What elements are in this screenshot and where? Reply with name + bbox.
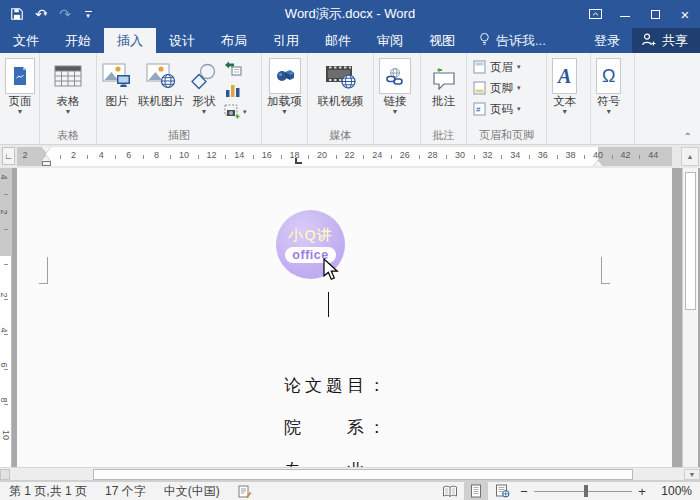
tab-references[interactable]: 引用 xyxy=(260,28,312,53)
doc-line-thesis-title[interactable]: 论文题目： xyxy=(284,374,389,397)
tab-selector[interactable]: ∟ xyxy=(2,147,15,165)
undo-button[interactable]: ↶▾ xyxy=(30,4,52,24)
collapse-ribbon-icon[interactable]: ⌃ xyxy=(684,131,692,142)
text-caret xyxy=(328,292,329,317)
zoom-in-button[interactable]: + xyxy=(634,484,650,499)
pages-icon xyxy=(5,58,35,94)
redo-button[interactable]: ↷ xyxy=(54,4,76,24)
margin-corner-mark-left xyxy=(39,257,48,284)
text-icon: A xyxy=(552,58,577,94)
minimize-button[interactable] xyxy=(610,0,640,28)
horizontal-ruler[interactable]: 2246810121416182022242628303234363840424… xyxy=(17,147,672,166)
horizontal-scrollbar[interactable]: ▼ xyxy=(0,467,700,481)
addins-icon xyxy=(269,58,301,94)
chevron-down-icon: ▾ xyxy=(517,63,521,71)
read-mode-button[interactable] xyxy=(438,482,462,500)
web-layout-button[interactable] xyxy=(490,482,514,500)
window-controls: × xyxy=(580,0,700,28)
table-button[interactable]: 表格 ▼ xyxy=(50,56,86,118)
chevron-down-icon: ▼ xyxy=(392,108,399,116)
print-layout-button[interactable] xyxy=(464,482,488,500)
ribbon: 页面 ▼ 表格 ▼ 表格 图片 xyxy=(0,53,700,145)
share-button[interactable]: 共享 xyxy=(632,28,700,53)
tell-me-box[interactable]: 告诉我... xyxy=(468,28,556,53)
sign-in-button[interactable]: 登录 xyxy=(582,28,632,53)
smartart-icon[interactable] xyxy=(224,59,247,76)
margin-corner-mark-right xyxy=(601,257,610,284)
group-label-tables: 表格 xyxy=(40,128,96,143)
page-indicator[interactable]: 第 1 页,共 1 页 xyxy=(0,482,96,500)
chevron-down-icon: ▼ xyxy=(605,108,612,116)
doc-line-major-partial[interactable]: 专 业： xyxy=(284,459,389,467)
ribbon-group-header-footer: 页眉 ▾ 页脚 ▾ # 页码 ▾ 页眉和页脚 xyxy=(467,53,547,144)
ribbon-group-tables: 表格 ▼ 表格 xyxy=(40,53,97,144)
tab-design[interactable]: 设计 xyxy=(156,28,208,53)
doc-line-department[interactable]: 院 系： xyxy=(284,416,389,439)
screenshot-icon[interactable]: ▾ xyxy=(224,103,247,120)
ribbon-group-pages: 页面 ▼ xyxy=(0,53,40,144)
document-page[interactable]: 小Q讲 office 论文题目： 院 系： 专 业： xyxy=(17,168,672,467)
word-window: ↶▾ ↷ ▾ Word演示.docx - Word × 文件开始插入设计布局引用… xyxy=(0,0,700,500)
mouse-cursor xyxy=(323,258,341,282)
zoom-slider[interactable] xyxy=(534,482,632,500)
footer-icon xyxy=(473,81,486,95)
proofing-status-icon[interactable] xyxy=(229,482,261,500)
title-bar: ↶▾ ↷ ▾ Word演示.docx - Word × xyxy=(0,0,700,28)
ribbon-display-options-icon[interactable] xyxy=(580,0,610,28)
link-icon xyxy=(379,58,411,94)
scroll-down-button[interactable]: ▼ xyxy=(684,469,700,480)
maximize-button[interactable] xyxy=(640,0,670,28)
customize-quick-access-icon[interactable]: ▾ xyxy=(80,11,96,18)
shapes-button[interactable]: 形状 ▼ xyxy=(187,56,221,118)
ribbon-group-comments: 批注 批注 xyxy=(421,53,467,144)
online-video-button[interactable]: 联机视频 xyxy=(315,56,367,110)
tab-layout[interactable]: 布局 xyxy=(208,28,260,53)
zoom-slider-thumb[interactable] xyxy=(584,485,588,497)
tab-review[interactable]: 审阅 xyxy=(364,28,416,53)
header-button[interactable]: 页眉 ▾ xyxy=(473,58,521,76)
picture-button[interactable]: 图片 xyxy=(99,56,135,110)
tab-home[interactable]: 开始 xyxy=(52,28,104,53)
online-pictures-button[interactable]: 联机图片 xyxy=(135,56,187,110)
chevron-down-icon: ▾ xyxy=(517,84,521,92)
word-count[interactable]: 17 个字 xyxy=(96,482,155,500)
tab-insert[interactable]: 插入 xyxy=(104,28,156,53)
scroll-up-button[interactable]: ▲ xyxy=(681,147,699,166)
left-indent-marker[interactable] xyxy=(42,161,51,166)
save-icon[interactable] xyxy=(6,4,28,24)
symbols-button[interactable]: Ω 符号 ▼ xyxy=(593,56,624,118)
right-indent-marker[interactable] xyxy=(593,160,603,166)
shapes-icon xyxy=(190,58,218,94)
chevron-down-icon: ▼ xyxy=(65,108,72,116)
chevron-down-icon: ▼ xyxy=(561,108,568,116)
tab-stop-marker[interactable] xyxy=(295,158,302,164)
links-button[interactable]: 链接 ▼ xyxy=(376,56,414,118)
close-button[interactable]: × xyxy=(670,0,700,28)
comment-button[interactable]: 批注 xyxy=(427,56,461,110)
group-label-header-footer: 页眉和页脚 xyxy=(467,128,546,143)
language-indicator[interactable]: 中文(中国) xyxy=(155,482,229,500)
chart-icon[interactable] xyxy=(224,81,247,98)
page-number-icon: # xyxy=(473,102,486,116)
header-icon xyxy=(473,60,486,74)
vertical-scrollbar[interactable] xyxy=(682,168,698,467)
tab-mailings[interactable]: 邮件 xyxy=(312,28,364,53)
ribbon-group-media: 联机视频 媒体 xyxy=(308,53,374,144)
page-number-button[interactable]: # 页码 ▾ xyxy=(473,100,521,118)
vertical-scrollbar-thumb[interactable] xyxy=(685,172,696,310)
text-button[interactable]: A 文本 ▼ xyxy=(549,56,580,118)
vertical-ruler[interactable]: 42246810 xyxy=(0,168,12,467)
pages-button[interactable]: 页面 ▼ xyxy=(2,56,38,118)
tab-file[interactable]: 文件 xyxy=(0,28,52,53)
comment-icon xyxy=(430,58,458,94)
horizontal-scrollbar-thumb[interactable] xyxy=(93,469,633,480)
chevron-down-icon: ▼ xyxy=(281,108,288,116)
tab-view[interactable]: 视图 xyxy=(416,28,468,53)
zoom-level[interactable]: 100% xyxy=(652,484,692,498)
illustrations-small-buttons: ▾ xyxy=(221,56,250,123)
footer-button[interactable]: 页脚 ▾ xyxy=(473,79,521,97)
chevron-down-icon: ▾ xyxy=(517,105,521,113)
first-line-indent-marker[interactable] xyxy=(41,147,51,153)
zoom-out-button[interactable]: − xyxy=(516,484,532,499)
addins-button[interactable]: 加载项 ▼ xyxy=(264,56,305,118)
